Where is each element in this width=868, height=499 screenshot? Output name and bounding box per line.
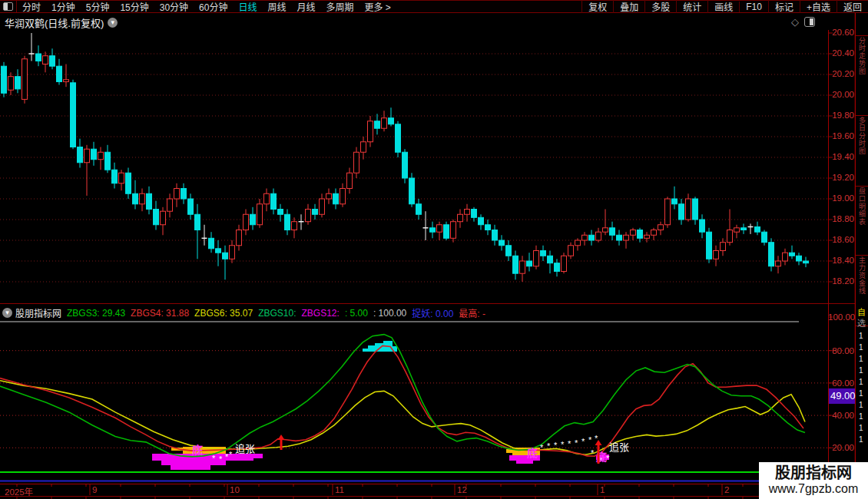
zone-magenta bbox=[161, 460, 226, 465]
candle-down bbox=[188, 199, 194, 214]
toolbar-action-7[interactable]: +自选 bbox=[800, 0, 837, 13]
candle-down bbox=[112, 170, 118, 183]
candle-down bbox=[707, 232, 712, 259]
candle-down bbox=[250, 214, 256, 225]
strip-digit: 1 bbox=[859, 366, 863, 375]
candle-down bbox=[499, 240, 505, 246]
candle-up bbox=[734, 228, 740, 232]
toolbar-period-9[interactable]: 多周期 bbox=[321, 0, 359, 13]
star-marker: * bbox=[229, 450, 233, 459]
candle-down bbox=[78, 147, 83, 163]
candle-up bbox=[167, 199, 173, 211]
toolbar-period-8[interactable]: 月线 bbox=[292, 0, 321, 13]
diamond-icon[interactable]: ◇ bbox=[791, 16, 799, 28]
strip-separator bbox=[856, 115, 868, 116]
candle-down bbox=[278, 210, 283, 215]
candle-down bbox=[506, 246, 512, 256]
candle-down bbox=[541, 251, 546, 256]
title-dropdown-icon[interactable]: ▾ bbox=[108, 18, 118, 28]
indicator-line-ZBGS6 bbox=[0, 381, 805, 455]
indicator-dropdown-icon[interactable]: ▾ bbox=[2, 308, 12, 318]
strip-digit: 1 bbox=[859, 343, 863, 352]
candle-up bbox=[658, 225, 664, 230]
candle-up bbox=[140, 193, 145, 204]
candle-up bbox=[458, 214, 463, 221]
toolbar-action-4[interactable]: 画线 bbox=[707, 0, 739, 13]
candle-down bbox=[472, 210, 477, 218]
toolbar-period-1[interactable]: 1分钟 bbox=[46, 0, 81, 13]
star-marker: * bbox=[581, 437, 585, 446]
indicator-axis-label: 40.00 bbox=[828, 411, 854, 420]
candle-up bbox=[721, 243, 726, 251]
candle-down bbox=[2, 66, 7, 93]
candle-up bbox=[624, 235, 629, 240]
bottom-label: 底 bbox=[192, 444, 203, 456]
star-marker: * bbox=[588, 435, 592, 444]
candle-down bbox=[126, 173, 131, 193]
toolbar-action-5[interactable]: F10 bbox=[739, 2, 768, 12]
price-label: 19.60 bbox=[828, 131, 854, 140]
watermark-site-url: www.7gpzb.com bbox=[759, 482, 868, 496]
chase-label: 追张 bbox=[235, 443, 255, 454]
candle-up bbox=[244, 214, 249, 230]
strip-digit: 1 bbox=[859, 412, 863, 421]
toolbar-period-4[interactable]: 30分钟 bbox=[154, 0, 194, 13]
indicator-axis-label: 100.00 bbox=[828, 312, 854, 322]
toolbar-period-6[interactable]: 日线 bbox=[233, 0, 262, 13]
candle-down bbox=[333, 193, 339, 204]
candle-down bbox=[71, 83, 76, 147]
strip-tab-0[interactable]: 分时走势图 bbox=[857, 37, 866, 112]
time-axis-year: 2025年 bbox=[5, 485, 33, 497]
toolbar-period-3[interactable]: 15分钟 bbox=[114, 0, 154, 13]
toolbar-action-0[interactable]: 复权 bbox=[581, 0, 613, 13]
time-axis-month: 10 bbox=[230, 485, 240, 494]
candle-up bbox=[382, 118, 387, 129]
candle-down bbox=[409, 178, 415, 204]
toolbar-action-6[interactable]: 标记 bbox=[768, 0, 800, 13]
price-label: 19.20 bbox=[828, 173, 854, 182]
toolbar-action-1[interactable]: 叠加 bbox=[613, 0, 644, 13]
candle-down bbox=[430, 228, 436, 232]
star-marker: * bbox=[547, 441, 551, 451]
toolbar-action-2[interactable]: 多股 bbox=[644, 0, 676, 13]
zone-cyan bbox=[363, 341, 397, 352]
candle-down bbox=[313, 210, 318, 215]
right-sidebar-strip[interactable]: 分时走势图多日分时图盘口明细表主力资金线自选1111111111 bbox=[856, 0, 868, 499]
indicator-header: ▾ 股朋指标网ZBGS3: 29.43ZBGS4: 31.88ZBGS6: 35… bbox=[0, 305, 826, 321]
price-label: 19.40 bbox=[828, 152, 854, 161]
time-axis-month: 1 bbox=[600, 485, 605, 494]
candle-up bbox=[631, 230, 636, 236]
candle-up bbox=[22, 59, 28, 100]
zone-magenta bbox=[516, 460, 533, 464]
strip-digit: 1 bbox=[859, 378, 863, 386]
candle-down bbox=[741, 228, 747, 230]
toolbar-period-2[interactable]: 5分钟 bbox=[81, 0, 115, 13]
watermark-box: 股朋指标网 www.7gpzb.com bbox=[759, 462, 868, 499]
toolbar-period-0[interactable]: 分时 bbox=[17, 0, 46, 13]
toolbar-period-5[interactable]: 60分钟 bbox=[194, 0, 233, 13]
candle-up bbox=[237, 230, 242, 246]
indicator-header-item-0: 股朋指标网 bbox=[15, 306, 61, 319]
strip-tab-2[interactable]: 盘口明细表 bbox=[857, 187, 866, 252]
candle-up bbox=[361, 142, 366, 153]
watermark-site-name: 股朋指标网 bbox=[759, 464, 868, 482]
indicator-header-item-5: ZBGS12: bbox=[302, 308, 340, 319]
candle-down bbox=[797, 256, 802, 261]
time-axis[interactable]: 2025年 910111212 bbox=[0, 484, 853, 496]
candle-down bbox=[57, 66, 62, 81]
candle-up bbox=[651, 230, 657, 236]
candle-up bbox=[644, 235, 650, 238]
toolbar-action-8[interactable]: 返回 bbox=[837, 0, 868, 13]
strip-tab-1[interactable]: 多日分时图 bbox=[857, 117, 866, 183]
candle-down bbox=[762, 232, 767, 243]
toolbar-period-10[interactable]: 更多 > bbox=[359, 0, 396, 13]
candle-down bbox=[672, 199, 678, 204]
toolbar-action-3[interactable]: 统计 bbox=[676, 0, 707, 13]
candle-down bbox=[105, 152, 111, 170]
panel-right-icon[interactable] bbox=[804, 17, 815, 27]
indicator-header-item-4: ZBGS10: bbox=[258, 308, 296, 319]
window-layout-button[interactable] bbox=[0, 1, 17, 12]
time-axis-month: 2 bbox=[724, 485, 729, 494]
toolbar-period-7[interactable]: 周线 bbox=[262, 0, 291, 13]
strip-watchlist-button-2[interactable]: 选 bbox=[857, 316, 866, 329]
